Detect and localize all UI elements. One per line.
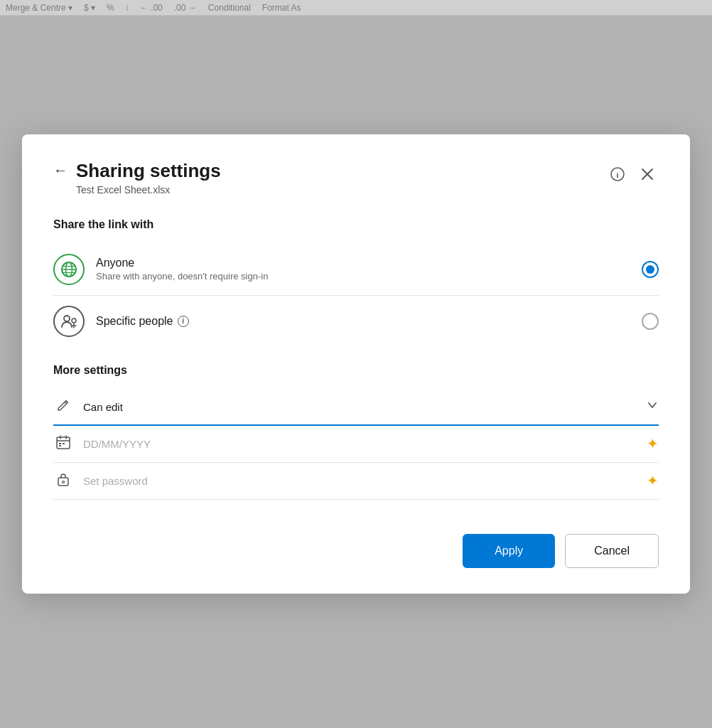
anyone-label: Anyone <box>96 257 642 269</box>
date-row[interactable]: DD/MM/YYYY ✦ <box>53 426 659 463</box>
can-edit-row[interactable]: Can edit <box>53 390 659 426</box>
specific-people-label: Specific people i <box>96 315 642 328</box>
anyone-radio[interactable] <box>642 261 659 278</box>
back-button[interactable]: ← <box>53 163 68 177</box>
modal-overlay: ← Sharing settings Test Excel Sheet.xlsx… <box>0 0 712 728</box>
anyone-option[interactable]: Anyone Share with anyone, doesn't requir… <box>53 244 659 296</box>
password-star-icon: ✦ <box>647 472 659 489</box>
svg-point-10 <box>72 318 76 323</box>
lock-icon <box>53 471 73 491</box>
title-block: Sharing settings Test Excel Sheet.xlsx <box>76 160 221 195</box>
svg-line-13 <box>65 402 67 404</box>
svg-rect-20 <box>59 445 61 446</box>
more-settings-label: More settings <box>53 364 659 377</box>
cancel-button[interactable]: Cancel <box>565 534 659 568</box>
dialog-header: ← Sharing settings Test Excel Sheet.xlsx… <box>53 160 659 195</box>
dialog-footer: Apply Cancel <box>53 534 659 568</box>
sharing-settings-dialog: ← Sharing settings Test Excel Sheet.xlsx… <box>22 134 690 593</box>
apply-button[interactable]: Apply <box>463 534 555 568</box>
specific-people-info-icon: i <box>178 316 189 327</box>
password-row[interactable]: Set password ✦ <box>53 463 659 500</box>
svg-point-22 <box>63 481 65 483</box>
svg-point-9 <box>64 316 70 321</box>
chevron-down-icon <box>646 399 659 414</box>
svg-rect-21 <box>58 478 68 486</box>
can-edit-value: Can edit <box>83 401 636 413</box>
dialog-subtitle: Test Excel Sheet.xlsx <box>76 184 221 196</box>
specific-people-text: Specific people i <box>96 315 642 328</box>
globe-icon <box>53 254 85 285</box>
svg-rect-18 <box>59 443 61 444</box>
specific-people-radio[interactable] <box>642 313 659 330</box>
more-settings-section: More settings Can edit <box>53 364 659 500</box>
header-right: i <box>606 163 659 186</box>
anyone-radio-inner <box>646 265 654 274</box>
close-button[interactable] <box>636 163 659 186</box>
info-button[interactable]: i <box>606 163 629 186</box>
dialog-title: Sharing settings <box>76 160 221 182</box>
password-placeholder: Set password <box>83 475 637 487</box>
header-left: ← Sharing settings Test Excel Sheet.xlsx <box>53 160 221 195</box>
svg-rect-19 <box>63 443 65 444</box>
share-section-label: Share the link with <box>53 218 659 231</box>
share-options-section: Share the link with Anyone Share with an… <box>53 218 659 347</box>
anyone-text: Anyone Share with anyone, doesn't requir… <box>96 257 642 282</box>
date-star-icon: ✦ <box>647 435 659 452</box>
specific-people-option[interactable]: Specific people i <box>53 296 659 347</box>
calendar-icon <box>53 434 73 454</box>
people-icon <box>53 306 85 337</box>
date-placeholder: DD/MM/YYYY <box>83 438 637 450</box>
anyone-description: Share with anyone, doesn't require sign-… <box>96 271 642 282</box>
svg-text:i: i <box>616 171 618 179</box>
pencil-icon <box>53 398 73 416</box>
